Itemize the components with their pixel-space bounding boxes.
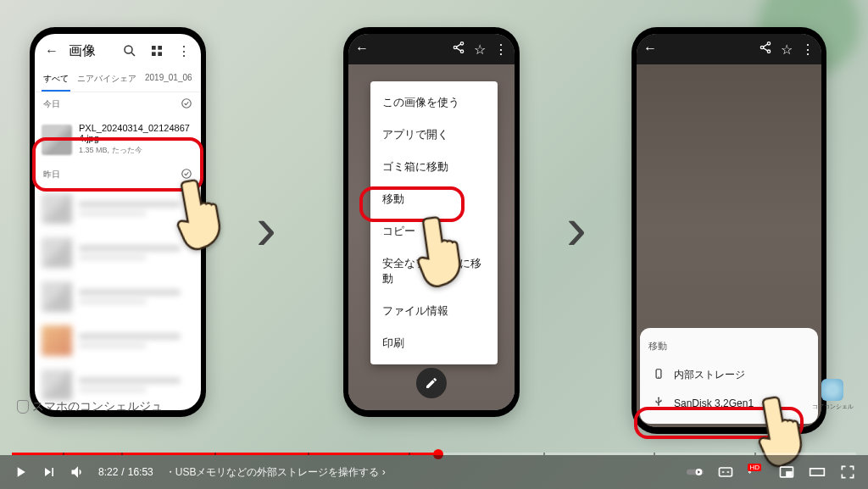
channel-watermark: スマホのコンシェルジュ <box>17 399 163 414</box>
miniplayer-button[interactable] <box>778 464 795 481</box>
share-icon[interactable] <box>452 41 465 58</box>
svg-point-6 <box>182 99 192 108</box>
file-item-blurred <box>35 275 201 319</box>
select-icon[interactable] <box>181 168 192 181</box>
menu-trash[interactable]: ゴミ箱に移動 <box>370 151 498 183</box>
share-icon[interactable] <box>759 41 772 58</box>
screen-title: 画像 <box>69 42 113 60</box>
section-label: 今日 <box>43 98 60 110</box>
usb-icon <box>652 396 665 410</box>
sheet-title: 移動 <box>648 340 810 353</box>
back-icon[interactable]: ← <box>42 41 62 61</box>
viewer-topbar: ← ☆ ⋮ <box>348 34 515 64</box>
storage-label: 内部ストレージ <box>674 368 745 382</box>
file-thumbnail <box>42 125 72 155</box>
phone-mockup-2: ← ☆ ⋮ この画像を使う アプリで開く ゴミ箱に移動 移動 コピー 安全なフォ… <box>343 27 520 417</box>
svg-line-17 <box>763 48 767 51</box>
svg-line-11 <box>456 44 460 47</box>
select-icon[interactable] <box>181 97 192 111</box>
time-separator: / <box>121 466 124 478</box>
menu-copy[interactable]: コピー <box>370 215 498 247</box>
tab-nearby[interactable]: ニアバイシェア <box>75 68 138 92</box>
captions-button[interactable] <box>717 464 734 481</box>
edit-button[interactable] <box>416 368 447 398</box>
arrow-icon: › <box>566 193 587 263</box>
svg-point-7 <box>182 169 192 179</box>
svg-rect-5 <box>158 52 162 56</box>
phone-mockup-1: ← 画像 ⋮ すべて ニアバイシェア 2019_01_06 2019 <box>30 27 206 417</box>
storage-usb[interactable]: SanDisk 3.2Gen1 <box>648 389 810 417</box>
storage-internal[interactable]: 内部ストレージ <box>648 361 810 389</box>
search-icon[interactable] <box>120 41 140 61</box>
storage-label: SanDisk 3.2Gen1 <box>674 397 754 409</box>
svg-line-12 <box>456 48 460 51</box>
svg-rect-25 <box>810 469 825 475</box>
viewer-topbar: ← ☆ ⋮ <box>637 34 821 64</box>
current-time: 8:22 <box>98 466 118 478</box>
svg-rect-2 <box>152 46 156 50</box>
file-item-blurred <box>35 186 201 231</box>
menu-use-image[interactable]: この画像を使う <box>370 86 498 119</box>
corner-logo: コアコンシェル <box>815 379 849 411</box>
tab-date[interactable]: 2019_01_06 <box>143 68 194 92</box>
video-controls: 8:22 / 16:53 ・USBメモリなどの外部ストレージを操作する › HD <box>0 455 868 489</box>
fullscreen-button[interactable] <box>839 464 856 481</box>
volume-button[interactable] <box>70 464 86 481</box>
more-icon[interactable]: ⋮ <box>174 41 194 61</box>
filter-tabs: すべて ニアバイシェア 2019_01_06 2019 <box>35 68 201 92</box>
svg-line-1 <box>131 53 135 56</box>
menu-print[interactable]: 印刷 <box>370 327 498 359</box>
more-icon[interactable]: ⋮ <box>801 42 815 58</box>
menu-move[interactable]: 移動 <box>370 183 498 215</box>
chapter-text: ・USBメモリなどの外部ストレージを操作する <box>165 466 380 478</box>
file-item-blurred <box>35 231 201 275</box>
section-label: 昨日 <box>43 169 60 181</box>
file-meta: 1.35 MB, たった今 <box>79 145 194 156</box>
files-topbar: ← 画像 ⋮ <box>35 34 201 68</box>
star-icon[interactable]: ☆ <box>474 42 486 58</box>
move-sheet: 移動 内部ストレージ SanDisk 3.2Gen1 <box>640 328 818 424</box>
corner-text: コアコンシェル <box>812 403 854 411</box>
back-icon[interactable]: ← <box>355 41 369 56</box>
file-item-blurred <box>35 319 201 363</box>
phone-storage-icon <box>652 368 665 382</box>
hd-badge: HD <box>748 464 761 471</box>
autoplay-toggle[interactable] <box>687 464 704 481</box>
section-yesterday: 昨日 <box>35 163 201 186</box>
tab-year[interactable]: 2019 <box>199 68 201 92</box>
play-button[interactable] <box>12 464 29 481</box>
svg-rect-4 <box>152 52 156 56</box>
svg-rect-22 <box>720 468 732 476</box>
section-today: 今日 <box>35 92 201 116</box>
tab-all[interactable]: すべて <box>42 68 70 92</box>
channel-name: スマホのコンシェルジュ <box>32 399 163 414</box>
back-icon[interactable]: ← <box>643 41 657 56</box>
time-display: 8:22 / 16:53 <box>98 466 153 478</box>
settings-button[interactable]: HD <box>748 464 765 481</box>
next-button[interactable] <box>41 464 58 481</box>
chevron-right-icon: › <box>382 466 386 478</box>
star-icon[interactable]: ☆ <box>781 42 793 58</box>
menu-open-with[interactable]: アプリで開く <box>370 119 498 151</box>
file-item[interactable]: PXL_20240314_021248674.jpg 1.35 MB, たった今 <box>35 116 201 163</box>
menu-safe-folder[interactable]: 安全なフォルダに移動 <box>370 247 498 295</box>
theater-button[interactable] <box>809 464 826 481</box>
svg-line-16 <box>763 44 767 47</box>
more-icon[interactable]: ⋮ <box>494 42 508 58</box>
svg-rect-24 <box>787 472 792 475</box>
menu-file-info[interactable]: ファイル情報 <box>370 295 498 327</box>
svg-point-0 <box>125 46 132 53</box>
duration: 16:53 <box>128 466 153 478</box>
grid-view-icon[interactable] <box>147 41 167 61</box>
file-name: PXL_20240314_021248674.jpg <box>79 123 194 143</box>
context-menu: この画像を使う アプリで開く ゴミ箱に移動 移動 コピー 安全なフォルダに移動 … <box>370 81 498 364</box>
arrow-icon: › <box>256 193 276 263</box>
svg-rect-3 <box>158 46 162 50</box>
chapter-title[interactable]: ・USBメモリなどの外部ストレージを操作する › <box>165 465 386 480</box>
phone-mockup-3: ← ☆ ⋮ 移動 内部ストレージ <box>632 27 826 434</box>
